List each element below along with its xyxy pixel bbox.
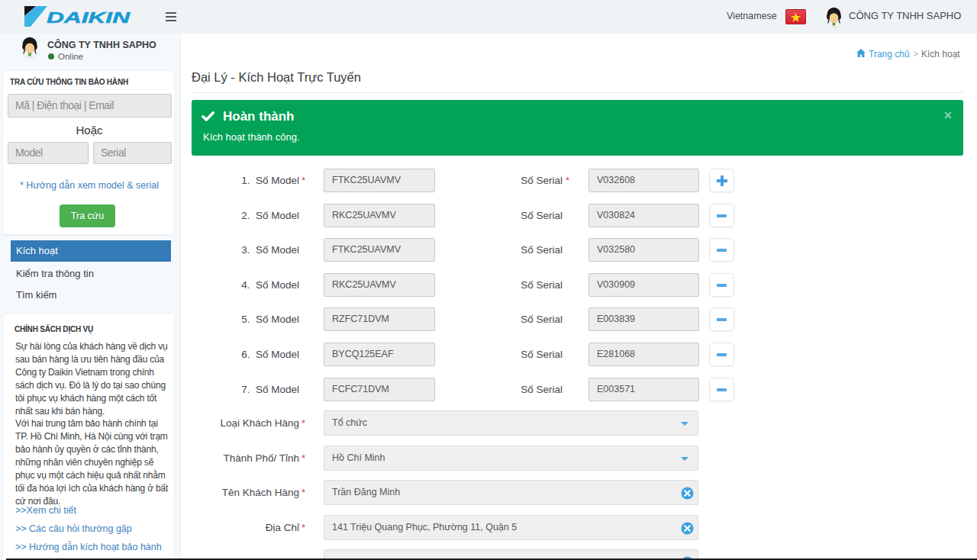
svg-text:DAIKIN: DAIKIN (47, 8, 131, 26)
